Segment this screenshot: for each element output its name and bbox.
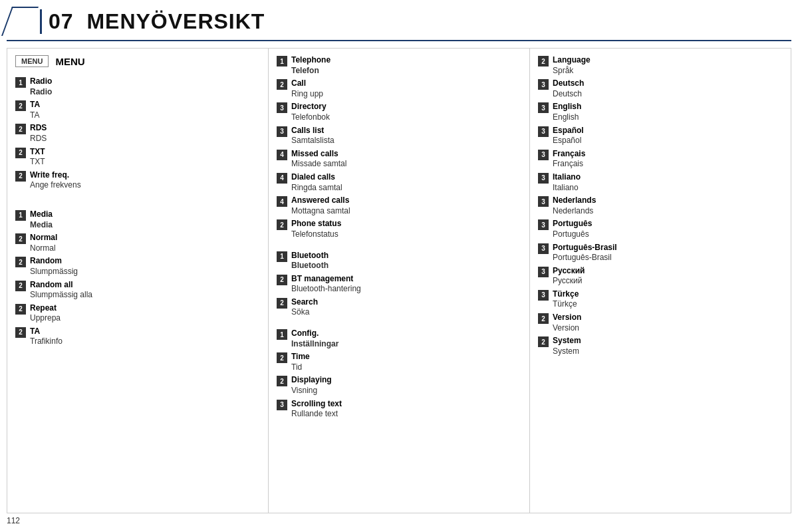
item-text: ItalianoItaliano	[553, 172, 581, 193]
level-badge: 3	[538, 126, 549, 137]
level-badge: 2	[277, 219, 287, 230]
item-primary: Telephone	[291, 55, 331, 66]
item-primary: System	[553, 336, 581, 346]
header-decoration	[1, 7, 39, 36]
list-item: 1Config.Inställningar	[277, 329, 521, 349]
item-primary: Repeat	[30, 303, 61, 314]
level-badge: 2	[277, 376, 287, 386]
level-badge: 3	[538, 173, 549, 184]
main-content: MENU MENU 1RadioRadio2TATA2RDSRDS2TXTTXT…	[7, 48, 791, 513]
item-primary: Media	[30, 209, 53, 220]
level-badge: 4	[277, 173, 287, 184]
item-secondary: Telefon	[291, 66, 331, 76]
list-item: 1MediaMedia	[15, 209, 260, 230]
item-text: PortuguêsPortuguês	[553, 219, 592, 239]
level-badge: 1	[277, 56, 287, 66]
item-secondary: Inställningar	[291, 339, 338, 350]
list-item: 2SystemSystem	[538, 336, 783, 356]
level-badge: 1	[15, 210, 26, 221]
level-badge: 2	[15, 327, 26, 338]
column-1: MENU MENU 1RadioRadio2TATA2RDSRDS2TXTTXT…	[7, 48, 269, 513]
level-badge: 2	[15, 171, 26, 182]
item-secondary: Русский	[553, 276, 585, 287]
item-primary: Русский	[553, 266, 585, 277]
item-primary: TA	[30, 327, 63, 337]
menu-label: MENU	[55, 56, 84, 67]
level-badge: 2	[15, 304, 26, 315]
item-text: RandomSlumpmässig	[30, 256, 78, 277]
level-badge: 3	[538, 267, 549, 277]
list-item: 2TATrafikinfo	[15, 327, 260, 347]
list-item: 2RDSRDS	[15, 123, 260, 144]
page-title: 07 MENYÖVERSIKT	[40, 9, 265, 34]
item-secondary: Språk	[553, 66, 591, 76]
list-item: 2TATA	[15, 100, 260, 120]
level-badge: 1	[15, 77, 26, 88]
item-primary: Nederlands	[553, 196, 596, 206]
item-primary: Italiano	[553, 172, 581, 183]
item-text: RadioRadio	[30, 76, 52, 97]
item-primary: TXT	[30, 147, 45, 158]
level-badge: 2	[538, 336, 549, 347]
item-primary: Français	[553, 149, 585, 160]
item-text: Answered callsMottagna samtal	[291, 196, 350, 216]
col2-items: 1TelephoneTelefon2CallRing upp3Directory…	[277, 55, 521, 420]
item-secondary: Bluetooth-hantering	[291, 284, 361, 295]
list-item: 4Dialed callsRingda samtal	[277, 172, 521, 193]
list-item: 4Missed callsMissade samtal	[277, 149, 521, 170]
list-item: 3DeutschDeutsch	[538, 78, 783, 99]
item-secondary: Español	[553, 136, 584, 146]
item-primary: Phone status	[291, 219, 341, 229]
level-badge: 3	[538, 79, 549, 90]
item-text: RDSRDS	[30, 123, 47, 144]
item-text: TelephoneTelefon	[291, 55, 331, 76]
item-secondary: Italiano	[553, 183, 581, 194]
list-item: 2NormalNormal	[15, 233, 260, 253]
level-badge: 1	[277, 251, 287, 262]
item-secondary: Normal	[30, 243, 57, 254]
page-container: 07 MENYÖVERSIKT MENU MENU 1RadioRadio2TA…	[0, 0, 798, 532]
item-text: SystemSystem	[553, 336, 581, 356]
col3-items: 2LanguageSpråk3DeutschDeutsch3EnglishEng…	[538, 55, 783, 356]
item-text: Scrolling textRullande text	[291, 399, 342, 420]
item-secondary: Deutsch	[553, 89, 584, 100]
item-secondary: Ring upp	[291, 89, 323, 100]
list-item: 3EspañolEspañol	[538, 126, 783, 146]
item-primary: Random	[30, 256, 78, 267]
list-item: 2TXTTXT	[15, 147, 260, 168]
list-item: 3Português-BrasilPortuguês-Brasil	[538, 243, 783, 263]
list-item: 3FrançaisFrançais	[538, 149, 783, 170]
level-badge: 2	[15, 233, 26, 244]
list-item: 2DisplayingVisning	[277, 375, 521, 396]
item-secondary: Slumpmässig alla	[30, 290, 92, 301]
item-primary: Search	[291, 297, 318, 308]
level-badge: 3	[538, 290, 549, 301]
item-primary: Write freq.	[30, 170, 81, 181]
item-text: EspañolEspañol	[553, 126, 584, 146]
item-primary: Dialed calls	[291, 172, 342, 183]
item-secondary: Slumpmässig	[30, 267, 78, 277]
item-text: EnglishEnglish	[553, 102, 581, 122]
level-badge: 2	[277, 79, 287, 90]
item-secondary: Telefonbok	[291, 112, 330, 123]
item-secondary: Upprepa	[30, 313, 61, 324]
item-secondary: Söka	[291, 307, 318, 318]
item-primary: Answered calls	[291, 196, 350, 206]
page-number: 112	[7, 516, 20, 525]
level-badge: 3	[277, 400, 287, 410]
list-item: 1RadioRadio	[15, 76, 260, 97]
item-secondary: TXT	[30, 157, 45, 168]
item-text: Write freq.Ange frekvens	[30, 170, 81, 191]
item-primary: Português-Brasil	[553, 243, 617, 253]
list-item: 1BluetoothBluetooth	[277, 251, 521, 271]
list-item: 2VersionVersion	[538, 313, 783, 333]
list-item: 1TelephoneTelefon	[277, 55, 521, 76]
item-primary: Version	[553, 313, 581, 323]
item-primary: Português	[553, 219, 592, 229]
item-secondary: Tid	[291, 362, 310, 373]
item-secondary: Français	[553, 159, 585, 170]
menu-header: MENU MENU	[15, 55, 260, 67]
level-badge: 3	[538, 102, 549, 113]
list-item: 2SearchSöka	[277, 297, 521, 318]
list-item: 4Answered callsMottagna samtal	[277, 196, 521, 216]
